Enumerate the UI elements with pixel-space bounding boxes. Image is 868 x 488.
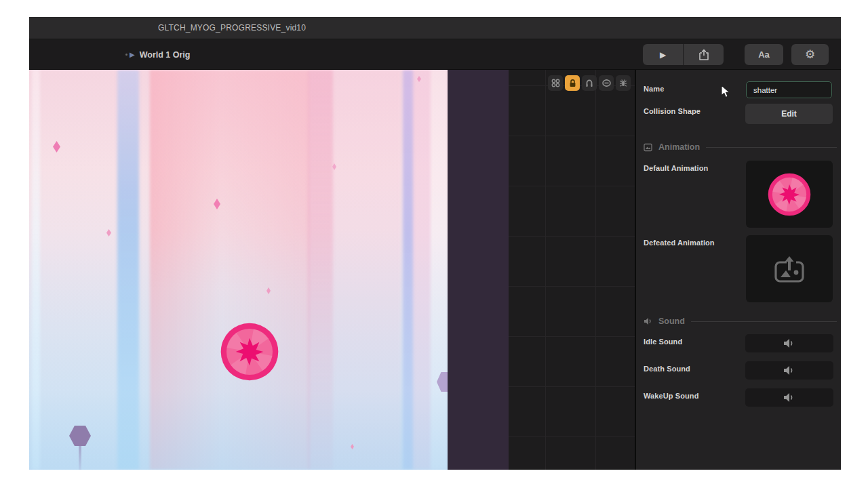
level-background: [29, 70, 448, 470]
animation-image-icon: [644, 143, 652, 152]
magnet-button[interactable]: [582, 75, 597, 91]
name-input[interactable]: [746, 81, 832, 98]
sound-speaker-icon: [644, 317, 652, 325]
default-animation-label: Default Animation: [644, 164, 708, 172]
speaker-icon: [783, 338, 795, 348]
sound-section-header: Sound: [644, 317, 837, 326]
default-animation-thumbnail[interactable]: [746, 161, 833, 228]
debug-button[interactable]: [616, 75, 631, 91]
shatter-sprite[interactable]: [218, 321, 281, 383]
wakeup-sound-button[interactable]: [745, 388, 833, 407]
speaker-icon: [783, 365, 795, 375]
level-indicator[interactable]: ▶ World 1 Orig: [125, 39, 190, 70]
group-nodes-button[interactable]: [548, 75, 563, 91]
hexagon-stem: [79, 444, 81, 470]
speaker-icon: [783, 392, 795, 403]
defeated-animation-thumbnail[interactable]: [746, 235, 833, 302]
shatter-sprite-thumbnail: [766, 171, 812, 218]
lock-icon: [568, 79, 577, 88]
share-button[interactable]: [684, 44, 724, 65]
level-canvas[interactable]: [29, 70, 509, 470]
magnet-icon: [585, 79, 594, 88]
group-nodes-icon: [551, 78, 561, 88]
editor-grid[interactable]: [509, 70, 635, 470]
debug-bug-icon: [618, 79, 628, 88]
window-title: GLTCH_MYOG_PROGRESSIVE_vid10: [158, 17, 306, 39]
inspector-panel: Name Collision Shape Edit Animation Defa…: [635, 70, 841, 470]
collision-shape-label: Collision Shape: [644, 107, 701, 115]
death-sound-button[interactable]: [745, 361, 833, 380]
content-area: Name Collision Shape Edit Animation Defa…: [29, 70, 841, 470]
text-style-button[interactable]: Aa: [745, 44, 783, 65]
sound-section-title: Sound: [658, 317, 685, 326]
name-label: Name: [644, 85, 664, 93]
lock-button[interactable]: [565, 75, 580, 91]
link-icon: [601, 79, 612, 87]
animation-section-title: Animation: [658, 142, 700, 152]
grid-toolbar: [548, 75, 631, 91]
background-gradient-overlay: [29, 70, 448, 470]
wakeup-sound-label: WakeUp Sound: [644, 392, 698, 400]
idle-sound-label: Idle Sound: [644, 338, 682, 346]
level-play-icon: ▶: [130, 51, 135, 58]
gear-icon: ⚙: [805, 47, 815, 62]
death-sound-label: Death Sound: [644, 365, 690, 373]
link-button[interactable]: [599, 75, 614, 91]
section-divider: [691, 321, 837, 322]
animation-section-header: Animation: [644, 142, 837, 152]
level-dot-icon: [125, 54, 127, 56]
upload-image-icon: [772, 251, 807, 287]
app-window: GLTCH_MYOG_PROGRESSIVE_vid10 ▶ World 1 O…: [29, 17, 841, 470]
share-export-icon: [698, 49, 709, 61]
section-divider: [706, 147, 837, 148]
play-button[interactable]: ▶: [643, 44, 683, 65]
idle-sound-button[interactable]: [745, 334, 833, 352]
level-dark-wall: [448, 70, 509, 470]
titlebar: GLTCH_MYOG_PROGRESSIVE_vid10: [29, 17, 841, 39]
level-name: World 1 Orig: [140, 50, 191, 60]
settings-button[interactable]: ⚙: [791, 44, 829, 65]
play-icon: ▶: [660, 50, 666, 60]
defeated-animation-label: Defeated Animation: [644, 239, 715, 247]
toolbar: ▶ World 1 Orig ▶ Aa ⚙: [29, 39, 841, 70]
collision-edit-button[interactable]: Edit: [745, 104, 833, 124]
